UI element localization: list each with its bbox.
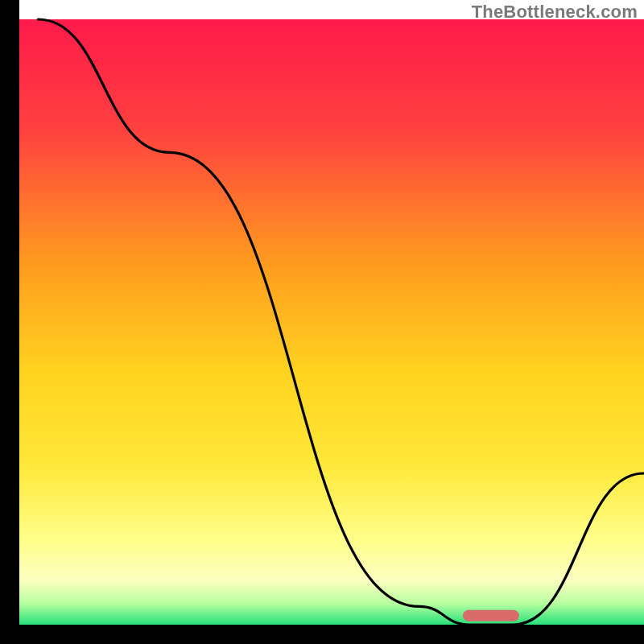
plot-background (19, 19, 644, 625)
bottleneck-chart (0, 0, 644, 644)
watermark-text: TheBottleneck.com (472, 2, 638, 23)
y-axis-bar (0, 0, 19, 644)
x-axis-bar (0, 625, 644, 644)
chart-frame: TheBottleneck.com (0, 0, 644, 644)
optimal-range-marker (463, 610, 519, 621)
